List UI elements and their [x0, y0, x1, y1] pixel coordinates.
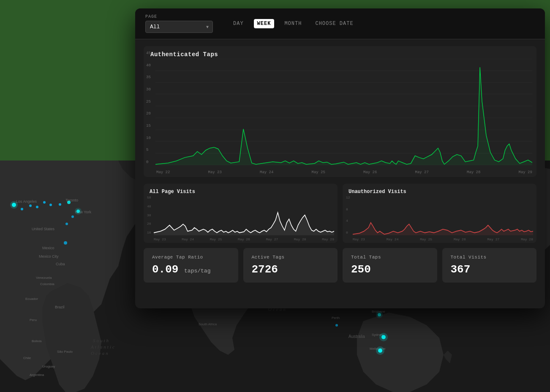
stats-row: Average Tap Ratio 0.09 taps/tag Active T… — [135, 248, 545, 289]
main-chart-container: Authenticated Taps 4540353025 20151050 — [135, 39, 545, 184]
svg-text:Perth: Perth — [332, 316, 340, 320]
svg-text:South Africa: South Africa — [199, 322, 217, 326]
svg-text:South: South — [93, 338, 110, 343]
svg-text:Brazil: Brazil — [55, 305, 65, 309]
time-filter-choose-date[interactable]: CHOOSE DATE — [312, 19, 357, 28]
unauthorized-visits-title: Unauthorized Visits — [349, 189, 531, 195]
svg-point-74 — [376, 346, 384, 355]
total-taps-label: Total Taps — [351, 255, 429, 260]
authenticated-taps-title: Authenticated Taps — [150, 51, 530, 58]
svg-text:Ecuador: Ecuador — [25, 297, 38, 301]
total-visits-value: 367 — [451, 263, 528, 276]
svg-text:Ocean: Ocean — [91, 351, 109, 356]
svg-point-70 — [376, 311, 383, 318]
svg-point-58 — [59, 203, 61, 206]
dashboard-panel: PAGE All Home Shop About ▼ DAY WEEK MONT… — [135, 8, 545, 308]
main-chart-svg — [155, 59, 532, 165]
stat-total-visits: Total Visits 367 — [442, 248, 537, 283]
svg-marker-86 — [154, 212, 334, 235]
all-page-visits-title: All Page Visits — [150, 189, 332, 195]
svg-text:Atlantic: Atlantic — [90, 344, 116, 349]
svg-text:Mexico: Mexico — [42, 246, 54, 250]
top-bar: PAGE All Home Shop About ▼ DAY WEEK MONT… — [135, 8, 545, 39]
stat-total-taps: Total Taps 250 — [343, 248, 437, 283]
avg-tap-ratio-label: Average Tap Ratio — [152, 255, 230, 260]
svg-text:Bolivia: Bolivia — [32, 339, 42, 343]
svg-point-52 — [10, 201, 18, 209]
active-tags-label: Active Tags — [252, 255, 329, 260]
time-filter-month[interactable]: MONTH — [281, 19, 305, 28]
svg-point-63 — [65, 223, 68, 225]
svg-text:Uruguay: Uruguay — [42, 365, 55, 368]
time-filter-day[interactable]: DAY — [230, 19, 247, 28]
svg-point-68 — [335, 324, 338, 327]
page-label: PAGE — [145, 14, 213, 19]
page-dropdown: PAGE All Home Shop About ▼ — [145, 14, 213, 33]
time-filter-week[interactable]: WEEK — [254, 19, 275, 28]
svg-point-61 — [75, 208, 82, 215]
svg-point-57 — [49, 204, 52, 206]
svg-text:São Paulo: São Paulo — [57, 350, 73, 354]
stat-average-tap-ratio: Average Tap Ratio 0.09 taps/tag — [144, 248, 238, 283]
svg-text:Argentina: Argentina — [30, 373, 44, 377]
authenticated-taps-chart: Authenticated Taps 4540353025 20151050 — [144, 46, 536, 177]
page-select[interactable]: All Home Shop About — [145, 21, 213, 33]
total-taps-value: 250 — [351, 263, 429, 276]
all-page-visits-chart: All Page Visits 5040302010 May 23May 24M… — [144, 184, 338, 243]
time-filters: DAY WEEK MONTH CHOOSE DATE — [230, 19, 357, 28]
avg-tap-ratio-value: 0.09 taps/tag — [152, 263, 230, 276]
svg-text:Peru: Peru — [30, 318, 37, 322]
svg-text:Colombia: Colombia — [40, 282, 54, 286]
x-axis-labels: May 22May 23May 24May 25 May 26May 27May… — [156, 170, 532, 174]
mini-charts-row: All Page Visits 5040302010 May 23May 24M… — [135, 184, 545, 248]
svg-point-62 — [71, 215, 74, 218]
svg-point-54 — [29, 204, 32, 207]
total-visits-label: Total Visits — [451, 255, 528, 260]
svg-point-53 — [21, 208, 23, 210]
active-tags-value: 2726 — [252, 263, 329, 276]
y-axis-labels: 4540353025 20151050 — [146, 51, 151, 164]
svg-marker-85 — [155, 67, 532, 165]
svg-point-56 — [43, 201, 46, 204]
svg-text:Mexico City: Mexico City — [39, 254, 59, 259]
svg-text:Chile: Chile — [23, 356, 31, 360]
unauthorized-visits-chart: Unauthorized Visits 12840 May 23May 24Ma… — [343, 184, 536, 243]
svg-point-59 — [67, 201, 71, 204]
svg-text:Cuba: Cuba — [56, 262, 65, 266]
svg-text:Venezuela: Venezuela — [36, 276, 52, 280]
svg-point-64 — [64, 241, 67, 245]
svg-text:Los Angeles: Los Angeles — [16, 199, 37, 204]
svg-point-72 — [379, 333, 388, 341]
svg-point-55 — [36, 206, 38, 208]
svg-text:Australia: Australia — [349, 334, 365, 339]
svg-text:United States: United States — [32, 227, 55, 231]
stat-active-tags: Active Tags 2726 — [243, 248, 338, 283]
